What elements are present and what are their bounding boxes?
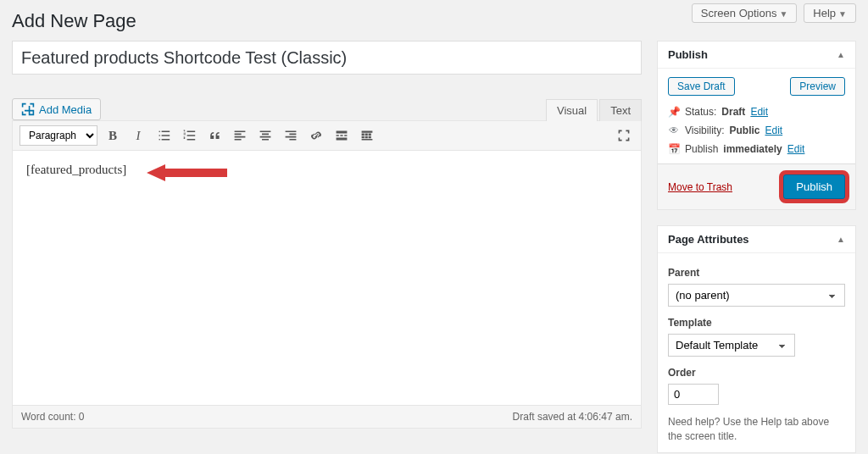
collapse-icon: ▲ [837, 50, 845, 59]
help-button[interactable]: Help▼ [804, 3, 856, 23]
bullet-list-button[interactable] [153, 125, 174, 146]
preview-button[interactable]: Preview [790, 77, 845, 96]
media-icon [21, 102, 35, 116]
tab-text[interactable]: Text [599, 99, 642, 121]
move-to-trash-link[interactable]: Move to Trash [668, 181, 732, 193]
parent-label: Parent [668, 267, 845, 279]
screen-options-button[interactable]: Screen Options▼ [692, 3, 798, 23]
save-draft-button[interactable]: Save Draft [668, 77, 735, 96]
bold-button[interactable]: B [103, 125, 123, 146]
template-select[interactable]: Default Template [668, 334, 795, 357]
main-column: Add Media Visual Text Paragraph B I [12, 41, 642, 454]
align-left-button[interactable] [230, 125, 250, 146]
annotation-arrow-icon [147, 163, 227, 183]
autosave-info: Draft saved at 4:06:47 am. [513, 411, 632, 423]
chevron-down-icon: ▼ [838, 9, 847, 19]
collapse-icon: ▲ [837, 235, 845, 244]
link-button[interactable] [306, 125, 326, 146]
editor-statusbar: Word count: 0 Draft saved at 4:06:47 am. [13, 405, 641, 428]
template-label: Template [668, 317, 845, 329]
calendar-icon: 📅 [668, 143, 680, 155]
editor-content[interactable]: [featured_products] [13, 151, 641, 405]
screen-meta-links: Screen Options▼ Help▼ [692, 3, 856, 23]
tab-visual[interactable]: Visual [546, 99, 598, 121]
visibility-line: 👁 Visibility: Public Edit [668, 125, 845, 136]
editor-toolbar: Paragraph B I [13, 121, 641, 151]
align-center-button[interactable] [255, 125, 275, 146]
attributes-help-text: Need help? Use the Help tab above the sc… [668, 415, 845, 444]
publish-header[interactable]: Publish ▲ [658, 42, 855, 69]
order-input[interactable] [668, 384, 719, 405]
add-media-button[interactable]: Add Media [12, 98, 101, 120]
editor-frame: Paragraph B I [featured_products] [12, 120, 642, 429]
side-column: Publish ▲ Save Draft Preview 📌 Status: D… [657, 41, 856, 454]
schedule-line: 📅 Publish immediately Edit [668, 143, 845, 155]
publish-button[interactable]: Publish [783, 174, 845, 199]
publish-metabox: Publish ▲ Save Draft Preview 📌 Status: D… [657, 41, 856, 210]
numbered-list-button[interactable] [179, 125, 199, 146]
parent-select[interactable]: (no parent) [668, 284, 845, 307]
status-line: 📌 Status: Draft Edit [668, 106, 845, 118]
word-count: Word count: 0 [21, 411, 84, 423]
edit-status-link[interactable]: Edit [750, 106, 768, 118]
align-right-button[interactable] [281, 125, 301, 146]
shortcode-text: [featured_products] [26, 163, 126, 176]
toolbar-toggle-button[interactable] [357, 125, 377, 146]
page-attributes-metabox: Page Attributes ▲ Parent (no parent) Tem… [657, 225, 856, 453]
editor-tabs: Visual Text [544, 99, 642, 121]
eye-icon: 👁 [668, 125, 680, 136]
chevron-down-icon: ▼ [779, 9, 787, 19]
insert-more-button[interactable] [331, 125, 352, 146]
blockquote-button[interactable] [204, 125, 225, 146]
svg-marker-0 [147, 164, 227, 181]
edit-visibility-link[interactable]: Edit [765, 125, 782, 136]
order-label: Order [668, 367, 845, 379]
pin-icon: 📌 [668, 106, 680, 118]
page-attributes-header[interactable]: Page Attributes ▲ [658, 226, 855, 253]
italic-button[interactable]: I [128, 125, 148, 146]
fullscreen-button[interactable] [614, 125, 634, 146]
format-select[interactable]: Paragraph [19, 125, 97, 146]
edit-schedule-link[interactable]: Edit [787, 143, 805, 155]
post-title-input[interactable] [12, 41, 642, 75]
